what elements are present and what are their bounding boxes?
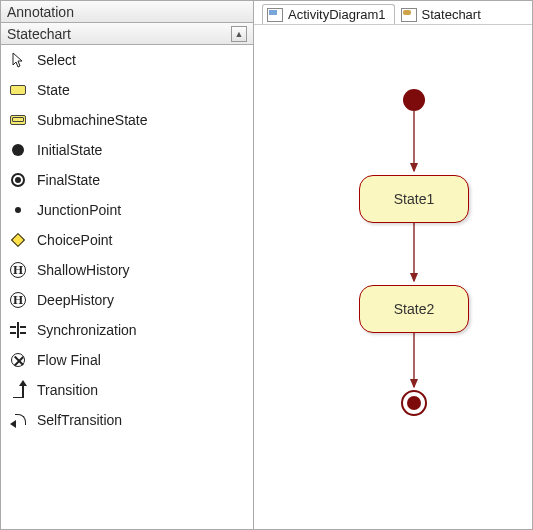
tab-label: Statechart (422, 7, 481, 22)
panel-header-statechart-label: Statechart (7, 25, 71, 43)
tab-statechart[interactable]: Statechart (397, 5, 489, 24)
palette-item-synchronization[interactable]: Synchronization (1, 315, 253, 345)
statechart-icon (401, 8, 417, 22)
transition-edges (254, 25, 532, 529)
scroll-up-button[interactable]: ▲ (231, 26, 247, 42)
palette-item-label: SelfTransition (37, 412, 122, 428)
tool-palette-sidebar: Annotation Statechart ▲ Select State Sub… (1, 1, 254, 529)
final-state-node[interactable] (401, 390, 427, 416)
diagram-canvas[interactable]: State1 State2 (254, 25, 532, 529)
palette-item-finalstate[interactable]: FinalState (1, 165, 253, 195)
cursor-icon (9, 51, 27, 69)
palette-item-choicepoint[interactable]: ChoicePoint (1, 225, 253, 255)
state-icon (9, 81, 27, 99)
canvas-panel: ActivityDiagram1 Statechart Stat (254, 1, 532, 529)
initial-state-icon (9, 141, 27, 159)
palette-item-label: ChoicePoint (37, 232, 113, 248)
activity-diagram-icon (267, 8, 283, 22)
final-state-icon (9, 171, 27, 189)
app-root: Annotation Statechart ▲ Select State Sub… (0, 0, 533, 530)
palette-item-flowfinal[interactable]: Flow Final (1, 345, 253, 375)
self-transition-icon (9, 411, 27, 429)
junction-point-icon (9, 201, 27, 219)
palette-item-label: DeepHistory (37, 292, 114, 308)
palette-item-label: State (37, 82, 70, 98)
palette-item-label: ShallowHistory (37, 262, 130, 278)
palette-item-junctionpoint[interactable]: JunctionPoint (1, 195, 253, 225)
palette-item-label: InitialState (37, 142, 102, 158)
palette-item-shallowhistory[interactable]: H ShallowHistory (1, 255, 253, 285)
state-label: State2 (394, 301, 434, 317)
final-state-inner-icon (407, 396, 421, 410)
deep-history-icon: H (9, 291, 27, 309)
palette-item-select[interactable]: Select (1, 45, 253, 75)
state-node-state2[interactable]: State2 (359, 285, 469, 333)
tab-activitydiagram1[interactable]: ActivityDiagram1 (262, 4, 395, 25)
synchronization-icon (9, 321, 27, 339)
state-node-state1[interactable]: State1 (359, 175, 469, 223)
palette-item-state[interactable]: State (1, 75, 253, 105)
palette-item-label: Select (37, 52, 76, 68)
palette-item-label: Synchronization (37, 322, 137, 338)
palette-item-label: SubmachineState (37, 112, 148, 128)
diagram-tabbar: ActivityDiagram1 Statechart (254, 1, 532, 25)
palette-item-label: FinalState (37, 172, 100, 188)
palette-item-label: Flow Final (37, 352, 101, 368)
tab-label: ActivityDiagram1 (288, 7, 386, 22)
palette-item-transition[interactable]: Transition (1, 375, 253, 405)
shallow-history-icon: H (9, 261, 27, 279)
chevron-up-icon: ▲ (235, 25, 244, 43)
transition-icon (9, 381, 27, 399)
palette-item-submachinestate[interactable]: SubmachineState (1, 105, 253, 135)
palette-item-label: JunctionPoint (37, 202, 121, 218)
palette-item-selftransition[interactable]: SelfTransition (1, 405, 253, 435)
choice-point-icon (9, 231, 27, 249)
palette-item-label: Transition (37, 382, 98, 398)
panel-header-annotation[interactable]: Annotation (1, 1, 253, 23)
palette-item-deephistory[interactable]: H DeepHistory (1, 285, 253, 315)
initial-state-node[interactable] (403, 89, 425, 111)
panel-header-statechart[interactable]: Statechart ▲ (1, 23, 253, 45)
state-label: State1 (394, 191, 434, 207)
palette-list: Select State SubmachineState InitialStat… (1, 45, 253, 529)
flow-final-icon (9, 351, 27, 369)
submachine-state-icon (9, 111, 27, 129)
palette-item-initialstate[interactable]: InitialState (1, 135, 253, 165)
